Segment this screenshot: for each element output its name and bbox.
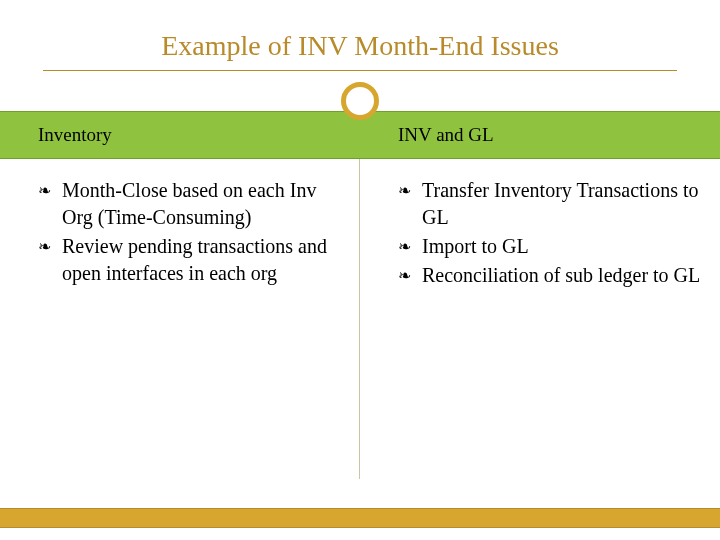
list-item-text: Reconciliation of sub ledger to GL — [422, 264, 700, 286]
bullet-icon: ❧ — [398, 236, 411, 258]
list-item: ❧ Reconciliation of sub ledger to GL — [398, 262, 702, 289]
list-item-text: Month-Close based on each Inv Org (Time-… — [62, 179, 316, 228]
list-item: ❧ Month-Close based on each Inv Org (Tim… — [38, 177, 341, 231]
bullet-icon: ❧ — [38, 236, 51, 258]
list-item-text: Transfer Inventory Transactions to GL — [422, 179, 698, 228]
circle-ornament-icon — [341, 82, 379, 120]
slide-title: Example of INV Month-End Issues — [0, 30, 720, 62]
slide: Example of INV Month-End Issues Inventor… — [0, 0, 720, 540]
title-area: Example of INV Month-End Issues — [0, 0, 720, 83]
list-item-text: Review pending transactions and open int… — [62, 235, 327, 284]
list-item: ❧ Review pending transactions and open i… — [38, 233, 341, 287]
column-inv-gl: ❧ Transfer Inventory Transactions to GL … — [360, 159, 720, 479]
list-item: ❧ Import to GL — [398, 233, 702, 260]
list-item: ❧ Transfer Inventory Transactions to GL — [398, 177, 702, 231]
bullet-icon: ❧ — [38, 180, 51, 202]
content-area: ❧ Month-Close based on each Inv Org (Tim… — [0, 159, 720, 479]
bullet-icon: ❧ — [398, 180, 411, 202]
column-header-inventory: Inventory — [0, 112, 360, 158]
title-rule — [43, 70, 677, 71]
bottom-accent-band — [0, 508, 720, 528]
list-item-text: Import to GL — [422, 235, 529, 257]
column-header-inv-gl: INV and GL — [360, 112, 720, 158]
bullet-icon: ❧ — [398, 265, 411, 287]
column-inventory: ❧ Month-Close based on each Inv Org (Tim… — [0, 159, 360, 479]
